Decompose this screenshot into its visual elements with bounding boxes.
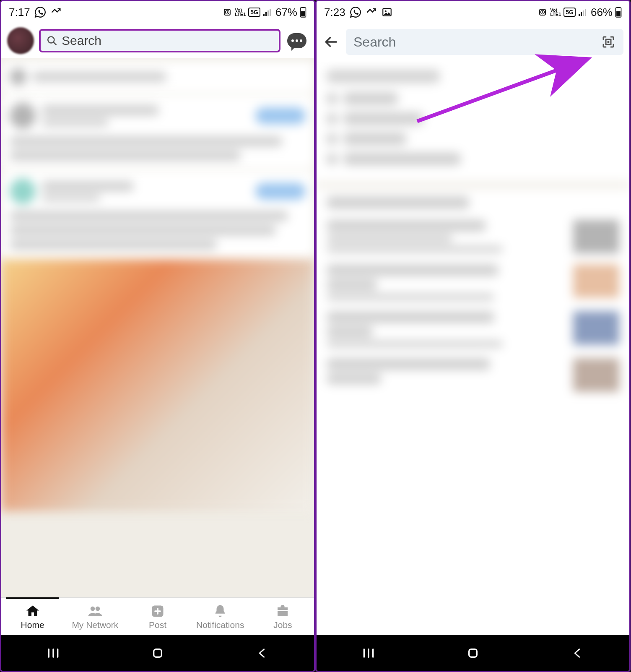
qr-scan-icon[interactable] [601,34,616,49]
battery-icon [300,7,306,18]
svg-rect-4 [267,10,269,16]
plus-box-icon [150,603,165,619]
image-icon [382,7,392,18]
whatsapp-icon [34,6,46,18]
battery-icon [615,7,622,18]
svg-rect-14 [281,605,284,607]
right-phone-screen: 7:23 Vo)LTE1 5G 6 [315,0,631,672]
status-bar: 7:23 Vo)LTE1 5G 6 [317,1,629,23]
app-header: Search [1,23,314,58]
svg-rect-5 [270,9,271,16]
svg-rect-24 [581,12,582,16]
nav-label: My Network [72,620,118,630]
alarm-icon [538,7,548,17]
status-bar: 7:17 Vo)LTE1 5G 67% [1,1,314,23]
whatsapp-icon [350,6,361,18]
home-icon [25,603,40,619]
nav-network[interactable]: My Network [64,598,126,635]
svg-rect-8 [301,11,305,16]
bell-icon [213,603,227,619]
svg-rect-2 [263,14,265,16]
volte-icon: Vo)LTE1 [235,8,246,16]
missed-call-icon [50,6,62,18]
svg-rect-36 [469,649,477,657]
network-5g-icon: 5G [248,8,260,17]
recents-button[interactable] [343,645,394,662]
nav-label: Jobs [273,620,292,630]
recents-button[interactable] [28,645,78,662]
svg-rect-26 [585,9,586,16]
nav-label: Notifications [196,620,244,630]
search-box[interactable]: Search [39,29,280,52]
status-time: 7:17 [9,6,30,19]
nav-label: Home [21,620,44,630]
svg-point-20 [384,10,386,12]
battery-percent: 66% [591,6,613,19]
signal-icon [263,8,273,16]
nav-label: Post [149,620,166,630]
svg-rect-29 [616,11,621,16]
search-icon [47,35,57,46]
feed-area[interactable] [1,58,314,597]
battery-percent: 67% [275,6,297,19]
back-button[interactable] [237,645,287,662]
home-button[interactable] [132,645,183,662]
svg-point-12 [96,606,100,611]
nav-post[interactable]: Post [126,598,189,635]
missed-call-icon [366,6,377,18]
briefcase-icon [275,603,290,619]
people-icon [87,603,103,619]
messages-button[interactable] [286,31,308,50]
svg-point-11 [91,606,95,611]
nav-jobs[interactable]: Jobs [252,598,314,635]
svg-rect-18 [154,649,162,657]
search-box[interactable]: Search [346,29,623,55]
search-header: Search [317,23,629,61]
back-button[interactable] [552,645,602,662]
home-button[interactable] [448,645,498,662]
svg-line-10 [53,42,56,45]
svg-rect-3 [265,12,267,16]
network-5g-icon: 5G [563,8,576,17]
bottom-nav: Home My Network Post Notifications [1,597,314,635]
left-phone-screen: 7:17 Vo)LTE1 5G 67% [0,0,315,672]
nav-notifications[interactable]: Notifications [189,598,252,635]
search-placeholder: Search [353,34,396,50]
chat-icon [287,33,306,48]
volte-icon: Vo)LTE1 [550,8,561,16]
status-time: 7:23 [324,6,345,19]
svg-rect-25 [583,10,584,16]
svg-rect-31 [608,41,610,43]
search-suggestions-area[interactable] [317,61,629,635]
system-nav [317,635,629,671]
signal-icon [578,8,588,16]
search-placeholder: Search [62,34,101,48]
svg-rect-23 [579,14,580,16]
back-arrow-button[interactable] [322,34,339,50]
profile-avatar[interactable] [7,27,34,54]
alarm-icon [222,7,232,17]
nav-home[interactable]: Home [1,598,64,635]
system-nav [1,635,314,671]
